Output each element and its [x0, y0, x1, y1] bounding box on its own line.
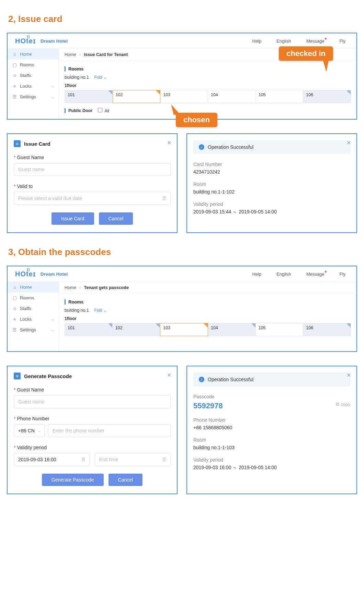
close-icon[interactable]: ✕ [167, 140, 171, 146]
nav-help[interactable]: Help [252, 272, 262, 277]
hotel-name: Dream Hotel [41, 38, 68, 44]
room-row: 101102103104105106 [65, 323, 351, 336]
check-icon: ✓ [199, 377, 204, 382]
sidebar-item-staffs[interactable]: ☺Staffs [8, 70, 59, 81]
sidebar-item-label: Staffs [20, 306, 31, 311]
close-icon[interactable]: ✕ [346, 140, 351, 146]
staffs-icon: ☺ [12, 73, 17, 78]
chevron-down-icon: ⌄ [37, 429, 41, 433]
end-time-input[interactable] [95, 453, 171, 466]
section-title-3: 3, Obtain the passcodes [8, 247, 357, 257]
room-cell-103[interactable]: 103 [160, 323, 208, 336]
room-cell-105[interactable]: 105 [256, 323, 304, 336]
nav-user[interactable]: Fly [340, 272, 345, 277]
close-icon[interactable]: ✕ [167, 372, 171, 378]
phone-label: Phone Number [17, 416, 49, 421]
generate-passcode-button[interactable]: Generate Passcode [42, 474, 104, 486]
room-cell-101[interactable]: 101 [65, 323, 113, 336]
calendar-icon[interactable]: 🗓 [162, 457, 167, 462]
sidebar-item-label: Home [20, 52, 32, 57]
close-icon[interactable]: ✕ [346, 372, 351, 378]
room-cell-103[interactable]: 103 [160, 90, 208, 103]
room-cell-104[interactable]: 104 [208, 323, 256, 336]
nav-user[interactable]: Fly [340, 38, 345, 44]
room-cell-105[interactable]: 105 [256, 90, 304, 103]
staffs-icon: ☺ [12, 306, 17, 311]
success-text: Operation Successful [208, 377, 253, 382]
room-value: building no.1-1-102 [193, 189, 350, 195]
valid-to-input[interactable] [14, 192, 171, 205]
guest-name-input[interactable] [14, 395, 171, 408]
sidebar-item-staffs[interactable]: ☺Staffs [8, 303, 59, 314]
issue-card-button[interactable]: Issue Card [52, 212, 94, 225]
public-door-label: Public Door [65, 108, 92, 113]
sidebar-item-home[interactable]: ⌂Home [8, 282, 59, 292]
floor-label: 1floor [65, 83, 351, 88]
fold-toggle[interactable]: Fold ⌄ [94, 75, 107, 80]
nav-lang[interactable]: English [276, 272, 291, 277]
valid-to-label: Valid to [17, 184, 33, 189]
validity-value: 2019-09-03 15:44 ～ 2019-09-05 14:00 [193, 209, 350, 215]
sidebar-item-settings[interactable]: ☰Settings⌄ [8, 91, 59, 102]
guest-name-input[interactable] [14, 163, 171, 176]
sidebar-item-rooms[interactable]: ▢Rooms [8, 292, 59, 303]
check-icon: ✓ [199, 144, 204, 150]
room-cell-101[interactable]: 101 [65, 90, 113, 103]
guest-name-label: Guest Name [17, 155, 44, 160]
passcode-label: Passcode [193, 394, 350, 399]
room-label: Room [193, 181, 350, 187]
room-label: Room [193, 437, 350, 443]
calendar-icon[interactable]: 🗓 [162, 196, 167, 201]
app-header: HO))teɪ Dream Hotel Help English Message… [8, 266, 356, 282]
nav-message[interactable]: Message [306, 38, 325, 44]
cancel-button[interactable]: Cancel [99, 212, 133, 225]
breadcrumb-root[interactable]: Home [65, 285, 76, 290]
chevron-down-icon: ⌄ [51, 317, 54, 321]
phone-input[interactable] [48, 424, 171, 437]
room-cell-102[interactable]: 102 [113, 90, 161, 103]
start-time-input[interactable] [14, 453, 90, 466]
panel-title: Issue Card [24, 141, 50, 147]
fold-toggle[interactable]: Fold ⌄ [94, 308, 107, 313]
form-icon: ≡ [14, 373, 21, 379]
sidebar-item-label: Settings [20, 327, 36, 332]
sidebar-item-label: Rooms [20, 62, 34, 67]
nav-help[interactable]: Help [252, 38, 262, 44]
room-cell-104[interactable]: 104 [208, 90, 256, 103]
sidebar-item-home[interactable]: ⌂Home [8, 49, 59, 59]
success-text: Operation Successful [208, 144, 253, 150]
copy-button[interactable]: ⧉copy [336, 401, 350, 407]
sidebar-item-settings[interactable]: ☰Settings⌄ [8, 324, 59, 335]
passcode-value: 5592978 [193, 401, 223, 410]
card-number-value: 4234710242 [193, 169, 350, 175]
room-cell-106[interactable]: 106 [303, 90, 351, 103]
sidebar-item-locks[interactable]: ⎆Locks⌄ [8, 81, 59, 91]
logo: HO))teɪ [15, 37, 36, 45]
chevron-down-icon: ⌄ [51, 95, 54, 99]
nav-lang[interactable]: English [276, 38, 291, 44]
breadcrumb-root[interactable]: Home [65, 52, 76, 57]
calendar-icon[interactable]: 🗓 [81, 457, 86, 462]
copy-icon: ⧉ [336, 401, 339, 407]
success-banner: ✓ Operation Successful [193, 140, 350, 154]
hotel-name: Dream Hotel [41, 272, 68, 277]
sidebar-item-rooms[interactable]: ▢Rooms [8, 59, 59, 70]
sidebar-item-label: Locks [20, 84, 32, 89]
sidebar-item-locks[interactable]: ⎆Locks⌄ [8, 314, 59, 324]
nav-message[interactable]: Message [306, 272, 325, 277]
floor-label: 1floor [65, 316, 351, 321]
room-cell-106[interactable]: 106 [303, 323, 351, 336]
chevron-down-icon: ⌄ [51, 84, 54, 88]
all-checkbox[interactable]: All [98, 108, 109, 113]
room-cell-102[interactable]: 102 [113, 323, 160, 336]
building-name: building no.1 [65, 308, 89, 313]
phone-label: Phone Number [193, 417, 350, 423]
cancel-button[interactable]: Cancel [109, 474, 143, 486]
validity-period-label: Validity period [17, 445, 47, 450]
rooms-icon: ▢ [12, 296, 17, 300]
home-icon: ⌂ [12, 52, 17, 57]
sidebar-item-label: Locks [20, 317, 32, 322]
guest-name-label: Guest Name [17, 387, 44, 393]
sidebar-item-label: Rooms [20, 295, 34, 300]
building-name: building no.1 [65, 75, 89, 80]
